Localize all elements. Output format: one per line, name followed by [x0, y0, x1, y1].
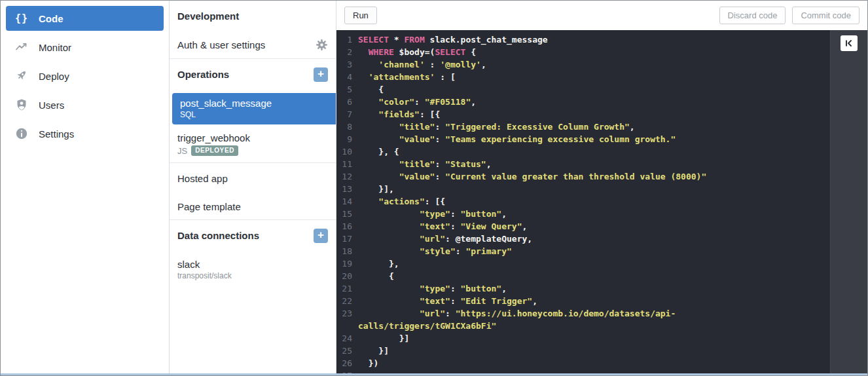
line-number: 18	[336, 245, 352, 257]
code-line-text: "type": "button",	[358, 282, 507, 295]
sidebar-item-users[interactable]: Users	[6, 92, 164, 117]
section-data-connections: Data connections +	[170, 220, 336, 251]
code-line[interactable]: 8 "title": "Triggered: Excessive Column …	[336, 121, 830, 133]
section-title: Data connections	[177, 230, 259, 241]
code-line[interactable]: 2 WHERE $body=(SELECT {	[336, 46, 830, 58]
main-area: Run Discard code Commit code 1SELECT * F…	[336, 1, 867, 375]
sidebar-item-code[interactable]: {} Code	[6, 6, 164, 31]
add-operation-button[interactable]: +	[314, 67, 328, 82]
sidebar-item-settings[interactable]: Settings	[6, 121, 164, 146]
line-number: 19	[336, 257, 352, 270]
code-line-text: SELECT * FROM slack.post_chat_message	[358, 33, 548, 46]
code-line[interactable]: 10 }, {	[336, 145, 830, 158]
code-line-text: WHERE $body=(SELECT {	[358, 46, 476, 58]
connection-item-slack[interactable]: slack transposit/slack	[170, 259, 336, 280]
code-line[interactable]: 23 "url": "https://ui.honeycomb.io/demo/…	[336, 307, 830, 320]
code-area[interactable]: 1SELECT * FROM slack.post_chat_message2 …	[336, 30, 830, 375]
info-icon	[14, 127, 29, 140]
section-operations: Operations +	[170, 59, 336, 90]
code-line[interactable]: 11 "title": "Status",	[336, 158, 830, 170]
collapse-panel-button[interactable]	[841, 35, 858, 51]
code-line-text: calls/triggers/tGW1CXa6bFi"	[358, 320, 496, 332]
code-line[interactable]: 1SELECT * FROM slack.post_chat_message	[336, 33, 830, 46]
code-line[interactable]: 9 "value": "Teams experiencing excessive…	[336, 133, 830, 145]
gear-icon[interactable]	[316, 39, 328, 51]
line-number: 13	[336, 183, 352, 195]
braces-icon: {}	[14, 12, 29, 24]
line-number: 1	[336, 33, 352, 46]
rocket-icon	[14, 69, 29, 83]
sidebar-item-label: Deploy	[39, 71, 69, 82]
code-line[interactable]: 5 {	[336, 83, 830, 96]
window-bottom-edge	[1, 373, 867, 375]
code-line[interactable]: 26 })	[336, 357, 830, 369]
code-line[interactable]: 13 }],	[336, 183, 830, 195]
sidebar-item-deploy[interactable]: Deploy	[6, 64, 164, 88]
code-line[interactable]: 15 "type": "button",	[336, 208, 830, 220]
code-line[interactable]: 16 "text": "View Query",	[336, 220, 830, 233]
code-line-text: "color": "#F05118",	[358, 96, 476, 108]
operation-item-post-slack-message[interactable]: post_slack_message SQL	[172, 93, 336, 124]
code-line[interactable]: 18 "style": "primary"	[336, 245, 830, 257]
code-line[interactable]: 12 "value": "Current value greater than …	[336, 170, 830, 183]
code-line-text: "title": "Triggered: Excessive Column Gr…	[358, 121, 635, 133]
run-button[interactable]: Run	[344, 7, 377, 24]
operation-name: post_slack_message	[180, 98, 328, 109]
code-line[interactable]: 3 'channel' : '@molly',	[336, 58, 830, 71]
operation-language: JS	[177, 146, 187, 156]
code-line[interactable]: 22 "text": "Edit Trigger",	[336, 295, 830, 307]
line-number: 2	[336, 46, 352, 58]
code-line-text: },	[358, 257, 399, 270]
code-line[interactable]: calls/triggers/tGW1CXa6bFi"	[336, 320, 830, 332]
code-line[interactable]: 25 }]	[336, 345, 830, 357]
line-number: 25	[336, 345, 352, 357]
line-number: 17	[336, 233, 352, 245]
code-line[interactable]: 4 'attachments' : [	[336, 71, 830, 83]
sidebar-item-monitor[interactable]: Monitor	[6, 35, 164, 60]
sidebar-item-label: Monitor	[39, 42, 71, 53]
editor-toolbar: Run Discard code Commit code	[336, 1, 867, 30]
page-template-item[interactable]: Page template	[170, 193, 336, 219]
code-line-text: "fields": [{	[358, 108, 440, 121]
add-connection-button[interactable]: +	[314, 229, 328, 243]
code-line-text: "style": "primary"	[358, 245, 512, 257]
code-line[interactable]: 14 "actions": [{	[336, 195, 830, 208]
editor-side-rail	[830, 30, 867, 375]
code-line-text: }],	[358, 183, 394, 195]
line-number: 4	[336, 71, 352, 83]
code-line-text: "url": "https://ui.honeycomb.io/demo/dat…	[358, 307, 676, 320]
auth-settings-label: Auth & user settings	[177, 39, 265, 50]
code-line-text: "value": "Current value greater than thr…	[358, 170, 706, 183]
hosted-app-item[interactable]: Hosted app	[170, 163, 336, 193]
operation-meta: JS DEPLOYED	[170, 145, 336, 156]
code-line[interactable]: 20 {	[336, 270, 830, 282]
line-number: 7	[336, 108, 352, 121]
code-line-text: "url": @templateQuery,	[358, 233, 532, 245]
code-line-text: }, {	[358, 145, 399, 158]
code-editor: 1SELECT * FROM slack.post_chat_message2 …	[336, 30, 867, 375]
discard-code-button[interactable]: Discard code	[719, 7, 786, 24]
auth-settings-item[interactable]: Auth & user settings	[170, 31, 336, 58]
code-line[interactable]: 21 "type": "button",	[336, 282, 830, 295]
code-line[interactable]: 24 }]	[336, 332, 830, 345]
line-number: 26	[336, 357, 352, 369]
operation-item-trigger-webhook[interactable]: trigger_webhook	[170, 132, 336, 143]
code-line-text: "value": "Teams experiencing excessive c…	[358, 133, 676, 145]
line-number: 9	[336, 133, 352, 145]
chevron-left-icon	[844, 39, 854, 48]
line-number: 12	[336, 170, 352, 183]
code-line[interactable]: 17 "url": @templateQuery,	[336, 233, 830, 245]
line-number: 8	[336, 121, 352, 133]
code-line[interactable]: 19 },	[336, 257, 830, 270]
code-line[interactable]: 7 "fields": [{	[336, 108, 830, 121]
code-line-text: "type": "button",	[358, 208, 507, 220]
code-line[interactable]: 6 "color": "#F05118",	[336, 96, 830, 108]
commit-code-button[interactable]: Commit code	[792, 7, 859, 24]
nav-sidebar: {} Code Monitor	[1, 1, 170, 375]
code-line-text: }]	[358, 332, 409, 345]
line-number: 3	[336, 58, 352, 71]
user-shield-icon	[14, 98, 29, 111]
code-line-text: })	[358, 357, 378, 369]
page-template-label: Page template	[177, 201, 241, 212]
deployed-badge: DEPLOYED	[191, 145, 238, 156]
